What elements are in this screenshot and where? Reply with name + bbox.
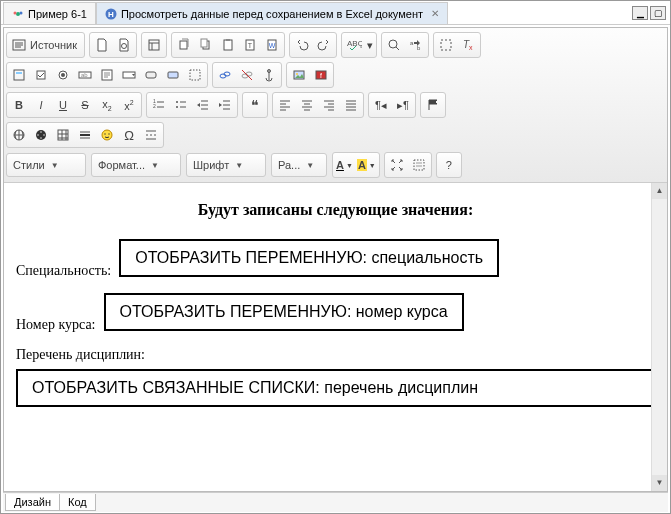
size-combo[interactable]: Ра...▼: [271, 153, 327, 177]
editor-content[interactable]: Будут записаны следующие значения: Специ…: [4, 183, 667, 491]
svg-point-51: [40, 131, 42, 133]
link-button[interactable]: [214, 64, 236, 86]
find-button[interactable]: [383, 34, 405, 56]
undo-button[interactable]: [291, 34, 313, 56]
remove-format-button[interactable]: Tx: [457, 34, 479, 56]
scroll-down-icon[interactable]: ▼: [652, 475, 667, 491]
svg-rect-5: [13, 40, 25, 50]
blockquote-button[interactable]: ❝: [244, 94, 266, 116]
preview-button[interactable]: [113, 34, 135, 56]
form-button[interactable]: [8, 64, 30, 86]
variable-speciality[interactable]: ОТОБРАЗИТЬ ПЕРЕМЕННУЮ: специальность: [119, 239, 499, 277]
unlink-button[interactable]: [236, 64, 258, 86]
textarea-button[interactable]: [96, 64, 118, 86]
outdent-button[interactable]: [192, 94, 214, 116]
toolbar-row-5: Стили▼ Формат...▼ Шрифт▼ Ра...▼ A ▼ A ▼: [6, 150, 665, 180]
subscript-button[interactable]: x2: [96, 94, 118, 116]
svg-point-56: [102, 130, 112, 140]
paste-text-button[interactable]: T: [239, 34, 261, 56]
svg-rect-29: [79, 72, 91, 78]
tab-example[interactable]: Пример 6-1: [3, 2, 96, 24]
text-color-button[interactable]: A ▼: [334, 154, 355, 176]
svg-rect-21: [441, 40, 451, 50]
svg-point-0: [16, 12, 20, 16]
tab-close-icon[interactable]: ✕: [431, 8, 439, 19]
indent-button[interactable]: [214, 94, 236, 116]
templates-button[interactable]: [143, 34, 165, 56]
svg-point-42: [296, 73, 298, 75]
anchor-button[interactable]: [258, 64, 280, 86]
cut-button[interactable]: [173, 34, 195, 56]
maximize-editor-button[interactable]: [386, 154, 408, 176]
bold-button[interactable]: B: [8, 94, 30, 116]
hidden-field-button[interactable]: [184, 64, 206, 86]
svg-text:T: T: [463, 39, 470, 50]
align-center-button[interactable]: [296, 94, 318, 116]
variable-subjects[interactable]: ОТОБРАЗИТЬ СВЯЗАННЫЕ СПИСКИ: перечень ди…: [16, 369, 655, 407]
toolbar-row-3: B I U S x2 x2 12 ❝: [6, 90, 665, 120]
vertical-scrollbar[interactable]: ▲ ▼: [651, 183, 667, 491]
about-button[interactable]: ?: [438, 154, 460, 176]
svg-rect-11: [224, 40, 232, 50]
tab-preview-excel[interactable]: H Просмотреть данные перед сохранением в…: [96, 2, 448, 24]
superscript-button[interactable]: x2: [118, 94, 140, 116]
smiley-button[interactable]: [96, 124, 118, 146]
align-left-button[interactable]: [274, 94, 296, 116]
svg-rect-43: [316, 71, 326, 79]
movie-button[interactable]: [30, 124, 52, 146]
dropdown-arrow[interactable]: ▾: [365, 34, 375, 56]
underline-button[interactable]: U: [52, 94, 74, 116]
italic-button[interactable]: I: [30, 94, 52, 116]
align-right-button[interactable]: [318, 94, 340, 116]
iframe-button[interactable]: [8, 124, 30, 146]
hr-button[interactable]: [74, 124, 96, 146]
ltr-button[interactable]: ¶◂: [370, 94, 392, 116]
flag-button[interactable]: [422, 94, 444, 116]
bullet-list-button[interactable]: [170, 94, 192, 116]
font-combo[interactable]: Шрифт▼: [186, 153, 266, 177]
svg-point-39: [246, 72, 252, 76]
tab-design[interactable]: Дизайн: [5, 494, 60, 511]
specialchar-button[interactable]: Ω: [118, 124, 140, 146]
radio-button[interactable]: [52, 64, 74, 86]
maximize-button[interactable]: ▢: [650, 6, 666, 20]
course-label: Номер курса:: [16, 317, 96, 332]
pagebreak-button[interactable]: [140, 124, 162, 146]
spellcheck-button[interactable]: ABÇ: [343, 34, 365, 56]
imagebutton-button[interactable]: [162, 64, 184, 86]
textfield-button[interactable]: ab: [74, 64, 96, 86]
table-button[interactable]: [52, 124, 74, 146]
minimize-button[interactable]: ▁: [632, 6, 648, 20]
replace-button[interactable]: ab: [405, 34, 427, 56]
source-button[interactable]: Источник: [8, 34, 83, 56]
button-button[interactable]: [140, 64, 162, 86]
format-combo[interactable]: Формат...▼: [91, 153, 181, 177]
variable-course[interactable]: ОТОБРАЗИТЬ ПЕРЕМЕННУЮ: номер курса: [104, 293, 464, 331]
svg-point-28: [61, 73, 65, 77]
svg-rect-55: [58, 130, 68, 140]
new-page-button[interactable]: [91, 34, 113, 56]
flash-button[interactable]: f: [310, 64, 332, 86]
show-blocks-button[interactable]: [408, 154, 430, 176]
svg-point-50: [36, 130, 46, 140]
scroll-up-icon[interactable]: ▲: [652, 183, 667, 199]
svg-rect-33: [146, 72, 156, 78]
image-button[interactable]: [288, 64, 310, 86]
paste-word-button[interactable]: W: [261, 34, 283, 56]
svg-point-54: [43, 134, 45, 136]
paste-button[interactable]: [217, 34, 239, 56]
redo-button[interactable]: [313, 34, 335, 56]
rtl-button[interactable]: ▸¶: [392, 94, 414, 116]
bg-color-button[interactable]: A ▼: [355, 154, 378, 176]
tab-code[interactable]: Код: [59, 494, 96, 511]
file-icon: [12, 8, 24, 20]
copy-button[interactable]: [195, 34, 217, 56]
numbered-list-button[interactable]: 12: [148, 94, 170, 116]
select-all-button[interactable]: [435, 34, 457, 56]
styles-combo[interactable]: Стили▼: [6, 153, 86, 177]
toolbar-row-2: ab f: [6, 60, 665, 90]
select-button[interactable]: [118, 64, 140, 86]
strike-button[interactable]: S: [74, 94, 96, 116]
checkbox-button[interactable]: [30, 64, 52, 86]
align-justify-button[interactable]: [340, 94, 362, 116]
